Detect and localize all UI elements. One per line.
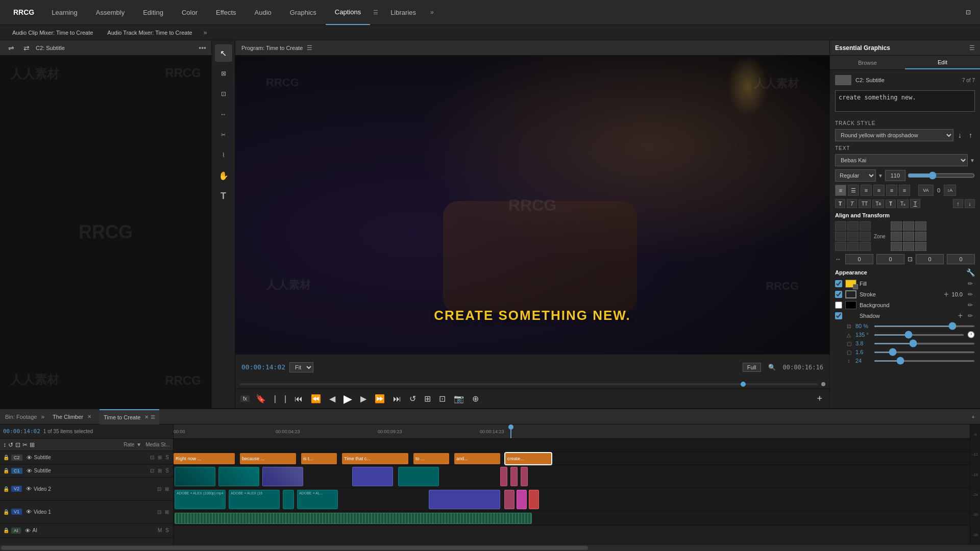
tl-icon-audio-2[interactable]: S bbox=[164, 527, 170, 534]
track-eye-v1[interactable]: 👁 bbox=[26, 509, 32, 515]
timeline-scrollbar[interactable] bbox=[0, 545, 980, 551]
text-dir-down-btn[interactable]: ↓ bbox=[965, 199, 975, 208]
shadow-spread-slider[interactable] bbox=[874, 352, 975, 353]
text-tt-btn[interactable]: TT bbox=[859, 199, 871, 208]
v1-clip-2[interactable]: ADOBE × ALEX (16 bbox=[229, 490, 280, 509]
align-tl-btn[interactable] bbox=[835, 221, 846, 231]
tool-smooth[interactable]: ⌇ bbox=[215, 146, 232, 164]
tab-time-to-create[interactable]: Time to Create ✕ ☰ bbox=[100, 409, 159, 424]
track-style-select[interactable]: Round yellow with dropshadow bbox=[835, 129, 953, 141]
zone-mc-btn[interactable] bbox=[903, 232, 914, 241]
v2-clip-2[interactable] bbox=[218, 467, 259, 486]
text-underline-btn[interactable]: T bbox=[910, 199, 920, 208]
tl-tool-4[interactable]: ✂ bbox=[22, 441, 28, 448]
tab-browse[interactable]: Browse bbox=[830, 56, 905, 69]
export-frame-btn[interactable]: ⊕ bbox=[470, 392, 481, 406]
font-dropdown-icon[interactable]: ▼ bbox=[970, 158, 975, 163]
v2-clip-8[interactable] bbox=[521, 467, 528, 486]
stroke-color-swatch[interactable] bbox=[845, 290, 856, 298]
timeline-add-btn[interactable]: + bbox=[972, 414, 975, 420]
align-bl-btn[interactable] bbox=[835, 242, 846, 251]
subtitle-clip-5[interactable]: to ... bbox=[413, 453, 449, 464]
v2-clip-5[interactable] bbox=[398, 467, 439, 486]
tab-close-climber[interactable]: ✕ bbox=[87, 414, 91, 419]
v1-clip-1[interactable]: ADOBE × ALEX (1080p) mp4 bbox=[175, 490, 226, 509]
menu-effects[interactable]: Effects bbox=[207, 0, 246, 25]
shadow-distance-slider[interactable] bbox=[874, 360, 975, 362]
tl-icon-v2-2[interactable]: ⊞ bbox=[164, 486, 170, 492]
zone-bl-btn[interactable] bbox=[891, 242, 902, 251]
tab-the-climber[interactable]: The Climber ✕ bbox=[48, 409, 95, 424]
track-eye-audio[interactable]: 👁 bbox=[25, 528, 31, 534]
out-marker-btn[interactable]: | bbox=[282, 392, 288, 406]
menu-icon-captions[interactable]: ☰ bbox=[370, 0, 381, 25]
align-justify-btn[interactable]: ≡ bbox=[873, 185, 885, 196]
appearance-wrench-btn[interactable]: 🔧 bbox=[966, 268, 975, 277]
subtitle-clip-3[interactable]: is t... bbox=[301, 453, 337, 464]
tab-edit[interactable]: Edit bbox=[905, 56, 980, 69]
tool-slip[interactable]: ↔ bbox=[215, 106, 232, 123]
fill-checkbox[interactable] bbox=[835, 280, 842, 287]
track-eye-c1[interactable]: 👁 bbox=[27, 468, 32, 474]
menu-color[interactable]: Color bbox=[173, 0, 207, 25]
insert-btn[interactable]: ⊡ bbox=[437, 392, 448, 406]
track-eye-v2[interactable]: 👁 bbox=[26, 486, 32, 492]
track-lock-c1[interactable]: 🔒 bbox=[3, 468, 9, 473]
align-center-btn[interactable]: ☰ bbox=[848, 185, 859, 196]
bin-expand-icon[interactable]: » bbox=[41, 413, 44, 420]
font-style-select[interactable]: Regular bbox=[835, 169, 876, 182]
panel-settings-btn[interactable]: ⇌ bbox=[5, 43, 17, 53]
shadow-clock-icon[interactable]: 🕐 bbox=[967, 331, 975, 338]
v2-clip-6[interactable] bbox=[500, 467, 507, 486]
align-ml-btn[interactable] bbox=[835, 232, 846, 241]
zone-br-btn[interactable] bbox=[915, 242, 926, 251]
font-size-input[interactable]: 110 bbox=[885, 170, 905, 181]
tl-icon-sub-1[interactable]: ⊡ bbox=[149, 454, 155, 461]
align-justify-right-btn[interactable]: ≡ bbox=[899, 185, 910, 196]
step-back-btn[interactable]: ⏪ bbox=[309, 392, 323, 406]
step-fwd-btn[interactable]: ⏩ bbox=[373, 392, 387, 406]
leading-btn[interactable]: ↕A bbox=[944, 185, 956, 196]
shadow-checkbox[interactable] bbox=[835, 312, 842, 319]
text-dir-up-btn[interactable]: ↑ bbox=[953, 199, 963, 208]
stroke-checkbox[interactable] bbox=[835, 291, 842, 298]
track-style-upload[interactable]: ↑ bbox=[966, 130, 975, 140]
shadow-edit-btn[interactable]: ✏ bbox=[966, 312, 975, 319]
loop-btn[interactable]: ↺ bbox=[407, 392, 418, 406]
subtitle-clip-2[interactable]: because ... bbox=[240, 453, 296, 464]
tab-close-ttc[interactable]: ✕ bbox=[144, 414, 149, 420]
stroke-edit-btn[interactable]: ✏ bbox=[966, 291, 975, 298]
go-start-btn[interactable]: ⏮ bbox=[292, 392, 305, 406]
v1-clip-7[interactable] bbox=[517, 490, 527, 509]
text-superscript-btn[interactable]: T bbox=[886, 199, 896, 208]
go-end-btn[interactable]: ⏭ bbox=[391, 392, 403, 406]
align-tr-btn[interactable] bbox=[860, 221, 871, 231]
tab-expand-icon[interactable]: » bbox=[200, 29, 211, 36]
tl-icon-v1-1[interactable]: ⊡ bbox=[156, 509, 162, 515]
tl-tool-1[interactable]: ↕ bbox=[3, 441, 6, 448]
tl-tool-2[interactable]: ↺ bbox=[8, 441, 13, 448]
menu-assembly[interactable]: Assembly bbox=[87, 0, 134, 25]
v1-clip-5[interactable] bbox=[429, 490, 500, 509]
tool-ripple[interactable]: ⊡ bbox=[215, 85, 232, 103]
align-mr-btn[interactable] bbox=[860, 232, 871, 241]
track-eye-sub[interactable]: 👁 bbox=[27, 455, 32, 461]
background-color-swatch[interactable] bbox=[845, 301, 856, 309]
shadow-blur-slider[interactable] bbox=[874, 343, 975, 344]
v1-clip-4[interactable]: ADOBE × AL... bbox=[297, 490, 338, 509]
align-left-btn[interactable]: ≡ bbox=[835, 185, 846, 196]
tl-icon-sub-3[interactable]: S bbox=[164, 454, 170, 461]
zone-tc-btn[interactable] bbox=[903, 221, 914, 231]
size-h-input[interactable]: 0 bbox=[947, 254, 975, 264]
zone-bc-btn[interactable] bbox=[903, 242, 914, 251]
menu-learning[interactable]: Learning bbox=[42, 0, 87, 25]
pos-x-input[interactable]: 0 bbox=[845, 254, 873, 264]
text-subscript-btn[interactable]: Ta bbox=[872, 199, 884, 208]
text-t-btn[interactable]: T bbox=[835, 199, 845, 208]
maximize-icon[interactable]: ⊡ bbox=[962, 7, 975, 18]
frame-back-btn[interactable]: ◀ bbox=[327, 392, 337, 406]
tl-icon-c1-3[interactable]: S bbox=[164, 467, 170, 474]
track-lock-v2[interactable]: 🔒 bbox=[3, 486, 9, 492]
zone-ml-btn[interactable] bbox=[891, 232, 902, 241]
camera-btn[interactable]: 📷 bbox=[452, 392, 466, 406]
